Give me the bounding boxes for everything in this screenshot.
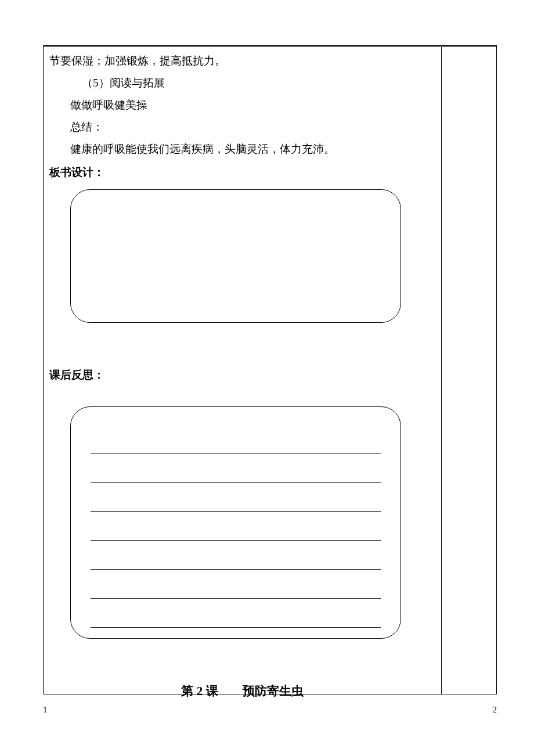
- main-column: 节要保湿；加强锻炼，提高抵抗力。 （5）阅读与拓展 做做呼吸健美操 总结： 健康…: [44, 47, 442, 694]
- writing-line: [91, 424, 381, 453]
- reflection-box: [70, 406, 401, 639]
- page-frame: 节要保湿；加强锻炼，提高抵抗力。 （5）阅读与拓展 做做呼吸健美操 总结： 健康…: [43, 45, 497, 694]
- text-line-1: 节要保湿；加强锻炼，提高抵抗力。: [49, 51, 435, 71]
- text-line-5: 健康的呼吸能使我们远离疾病，头脑灵活，体力充沛。: [49, 139, 435, 160]
- writing-line: [91, 512, 381, 541]
- board-design-box: [70, 189, 401, 323]
- text-line-2: （5）阅读与拓展: [49, 73, 435, 93]
- writing-line: [91, 570, 381, 599]
- spacer: [49, 329, 435, 362]
- writing-line: [91, 483, 381, 512]
- side-column: [442, 47, 496, 694]
- writing-line: [91, 599, 381, 628]
- board-design-heading: 板书设计：: [49, 162, 435, 183]
- lesson-prefix: 第: [181, 684, 197, 697]
- footer-left-number: 1: [43, 701, 48, 718]
- text-line-4: 总结：: [49, 117, 435, 138]
- lesson-number: 2: [197, 684, 203, 698]
- lesson-title: 第 2 课 预防寄生虫: [49, 679, 435, 703]
- footer-right-number: 2: [493, 701, 497, 718]
- lesson-mid: 课: [203, 684, 218, 697]
- lesson-name: 预防寄生虫: [243, 684, 304, 697]
- lesson-spacer: [218, 684, 243, 697]
- text-line-3: 做做呼吸健美操: [49, 95, 435, 116]
- reflection-heading: 课后反思：: [49, 365, 435, 386]
- writing-line: [91, 541, 381, 570]
- writing-line: [91, 453, 381, 483]
- spacer: [49, 389, 435, 401]
